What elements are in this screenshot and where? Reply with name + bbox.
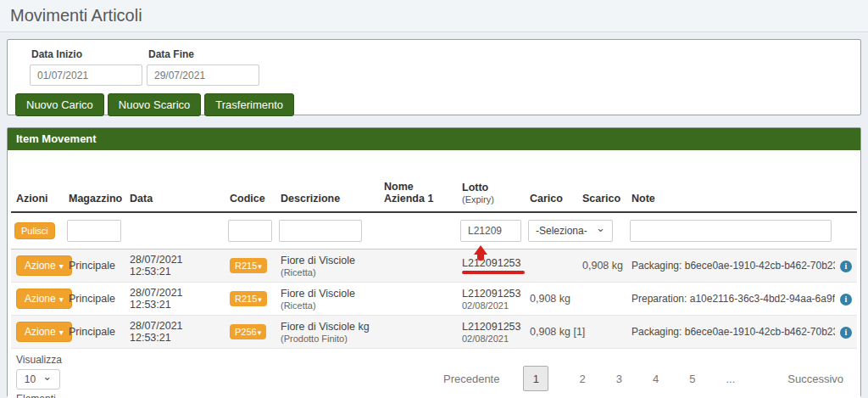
nome-azienda-cell xyxy=(379,283,457,316)
caret-down-icon xyxy=(56,326,64,338)
note-cell: Packaging: b6ece0ae-1910-42cb-b462-70b23… xyxy=(626,249,835,283)
data-cell: 28/07/2021 12:53:21 xyxy=(125,249,225,283)
descrizione-tipo: (Ricetta) xyxy=(281,300,376,311)
col-magazzino: Magazzino xyxy=(64,150,125,212)
pagination: Precedente 1 2 3 4 5 ... Successivo xyxy=(443,366,843,391)
trasferimento-button[interactable]: Trasferimento xyxy=(204,93,294,116)
col-codice: Codice xyxy=(225,150,275,212)
pagination-page-2[interactable]: 2 xyxy=(579,373,585,385)
magazzino-filter-input[interactable] xyxy=(67,220,121,242)
col-info xyxy=(835,150,857,212)
codice-badge[interactable]: R215 xyxy=(230,291,267,306)
col-note: Note xyxy=(626,150,835,212)
descrizione-cell: Fiore di Visciole xyxy=(281,288,376,300)
movements-table: Azioni Magazzino Data Codice Descrizione… xyxy=(11,150,857,349)
table-header: Azioni Magazzino Data Codice Descrizione… xyxy=(11,150,857,212)
col-nome-azienda: Nome Azienda 1 xyxy=(379,150,457,212)
descrizione-tipo: (Prodotto Finito) xyxy=(281,334,376,344)
pagination-page-4[interactable]: 4 xyxy=(653,373,659,385)
descrizione-cell: Fiore di Visciole xyxy=(281,255,376,266)
col-carico: Carico xyxy=(525,150,577,212)
col-descrizione: Descrizione xyxy=(275,150,379,212)
date-end-label: Data Fine xyxy=(148,48,259,60)
scarico-cell xyxy=(577,283,626,316)
page-size-select[interactable]: 10 xyxy=(16,369,60,390)
note-cell: Preparation: a10e2116-36c3-4bd2-94aa-6a9… xyxy=(626,283,835,316)
col-lotto-sub: (Expiry) xyxy=(462,194,521,205)
expiry-cell: 02/08/2021 xyxy=(462,334,521,344)
item-movement-panel-title: Item Movement xyxy=(8,128,860,150)
table-row: Azione Principale 28/07/2021 12:53:21 R2… xyxy=(11,249,857,283)
codice-filter-input[interactable] xyxy=(228,220,272,242)
elementi-label: Elementi xyxy=(16,393,62,398)
item-movement-panel: Item Movement Azioni Magazzino Data Codi… xyxy=(7,127,861,397)
codice-badge[interactable]: P256 xyxy=(230,324,266,339)
note-cell: Packaging: b6ece0ae-1910-42cb-b462-70b23… xyxy=(626,316,835,349)
azione-button[interactable]: Azione xyxy=(16,289,72,309)
annotation-arrow-up-icon xyxy=(474,245,487,255)
page-size-block: Visualizza 10 Elementi xyxy=(16,354,62,398)
descrizione-tipo: (Ricetta) xyxy=(281,267,376,277)
pagination-next[interactable]: Successivo xyxy=(787,373,843,385)
descrizione-filter-input[interactable] xyxy=(279,220,362,242)
info-icon[interactable] xyxy=(840,294,852,306)
pagination-previous[interactable]: Precedente xyxy=(443,373,500,385)
caret-down-icon xyxy=(56,260,64,272)
col-lotto-label: Lotto xyxy=(462,182,488,193)
page-title: Movimenti Articoli xyxy=(10,6,858,25)
info-icon[interactable] xyxy=(840,261,852,272)
azione-button[interactable]: Azione xyxy=(16,255,72,276)
lotto-filter-input[interactable] xyxy=(460,220,521,242)
caret-down-icon xyxy=(56,293,64,305)
note-filter-input[interactable] xyxy=(630,220,832,242)
nuovo-carico-button[interactable]: Nuovo Carico xyxy=(15,93,104,116)
action-buttons: Nuovo Carico Nuovo Scarico Trasferimento xyxy=(14,93,854,116)
expiry-cell: 02/08/2021 xyxy=(462,300,521,311)
lotto-cell: L212091253 xyxy=(462,257,521,269)
date-start-label: Data Inizio xyxy=(31,48,142,60)
carico-cell: 0,908 kg xyxy=(525,283,577,316)
pagination-page-1-active[interactable]: 1 xyxy=(523,366,548,391)
col-azioni: Azioni xyxy=(11,150,64,212)
scarico-cell: 0,908 kg xyxy=(577,249,626,283)
table-row: Azione Principale 28/07/2021 12:53:21 P2… xyxy=(11,316,857,349)
nuovo-scarico-button[interactable]: Nuovo Scarico xyxy=(108,93,202,116)
magazzino-cell: Principale xyxy=(64,283,125,316)
carico-cell xyxy=(525,249,577,283)
nome-azienda-cell xyxy=(379,249,457,283)
col-lotto: Lotto(Expiry) xyxy=(457,150,525,212)
date-filter-panel: Data Inizio Data Fine Nuovo Carico Nuovo… xyxy=(7,39,861,115)
magazzino-cell: Principale xyxy=(64,316,125,349)
date-start-input[interactable] xyxy=(30,64,142,86)
date-end-group: Data Fine xyxy=(147,47,259,86)
item-movement-panel-body: Azioni Magazzino Data Codice Descrizione… xyxy=(8,150,860,398)
chevron-down-icon xyxy=(42,373,52,385)
nome-azienda-cell xyxy=(379,316,457,349)
table-row: Azione Principale 28/07/2021 12:53:21 R2… xyxy=(11,283,857,316)
caret-down-icon xyxy=(257,261,262,271)
visualizza-label: Visualizza xyxy=(16,354,62,366)
caret-down-icon xyxy=(257,294,262,304)
descrizione-cell: Fiore di Visciole kg xyxy=(281,321,376,333)
carico-filter-select[interactable]: -Seleziona- xyxy=(528,220,613,242)
page-header: Movimenti Articoli xyxy=(0,0,868,32)
date-fields: Data Inizio Data Fine xyxy=(14,47,854,86)
pagination-ellipsis[interactable]: ... xyxy=(726,373,735,385)
chevron-down-icon xyxy=(596,225,605,237)
pagination-page-5[interactable]: 5 xyxy=(689,373,695,385)
page-size-value: 10 xyxy=(25,373,36,385)
carico-filter-select-value: -Seleziona- xyxy=(536,225,587,237)
pagination-page-3[interactable]: 3 xyxy=(616,373,622,385)
pulisci-button[interactable]: Pulisci xyxy=(14,222,55,239)
info-icon[interactable] xyxy=(840,327,852,339)
annotation-underline xyxy=(462,271,525,274)
table-filter-row: Pulisci -Seleziona- xyxy=(11,212,857,249)
azione-button[interactable]: Azione xyxy=(16,322,72,342)
codice-badge[interactable]: R215 xyxy=(230,258,267,273)
col-data: Data xyxy=(125,150,225,212)
data-cell: 28/07/2021 12:53:21 xyxy=(125,283,225,316)
lotto-cell: L212091253 xyxy=(462,321,521,333)
date-start-group: Data Inizio xyxy=(30,47,142,86)
lotto-cell: L212091253 xyxy=(462,288,521,300)
date-end-input[interactable] xyxy=(147,64,259,86)
